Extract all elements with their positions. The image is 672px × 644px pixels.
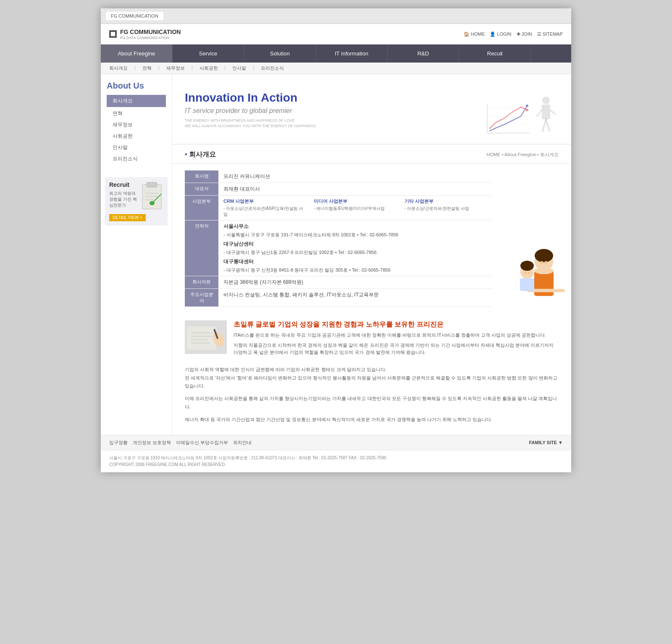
svg-point-13 xyxy=(526,105,528,107)
sidebar-menu-finance[interactable]: 재무정보 xyxy=(107,119,166,131)
hero-text: Innovation In Action IT service provider… xyxy=(185,91,316,129)
hero-chart-svg xyxy=(483,99,533,137)
office-daegu-south-name: 대구남산센터 xyxy=(223,241,486,248)
svg-rect-32 xyxy=(187,327,216,350)
svg-point-29 xyxy=(544,261,548,264)
hero-subtitle: IT service provider to global premier xyxy=(185,107,316,115)
svg-rect-1 xyxy=(147,182,157,187)
sub-nav-finance[interactable]: 재무정보 xyxy=(166,65,185,71)
crm-item: - 아웃소싱/근로자파견/ASP/교육/컨설팅 사업 xyxy=(223,206,305,217)
label-contact: 연락처 xyxy=(185,220,218,276)
body-text-2: 이에 프리진에서는 사회공헌을 통해 삶의 가치를 향상시키는기업이라는 가치를… xyxy=(185,395,559,411)
nav-item-empty xyxy=(531,45,571,63)
header-login-link[interactable]: 👤 LOGIN xyxy=(490,31,511,37)
nav-item-recuit[interactable]: Recuit xyxy=(459,45,531,63)
clipboard-icon xyxy=(140,181,163,211)
value-capital: 자본금 366억원 (자기자본 689억원) xyxy=(218,276,491,289)
other-title: 기타 사업본부 xyxy=(404,198,486,204)
label-ceo: 대표자 xyxy=(185,183,218,196)
highlight-title: 초일류 글로벌 기업의 성장을 지원한 경험과 노하우를 보유한 프리진은 xyxy=(234,320,559,329)
label-capital: 회사자본 xyxy=(185,276,218,289)
nav-item-solution[interactable]: Solution xyxy=(244,45,316,63)
logo-text-area: FG COMMUNICATION FG DATA COMMUNICATION xyxy=(120,28,181,40)
svg-point-30 xyxy=(524,272,527,274)
label-business-area: 주요사업분야 xyxy=(185,289,218,307)
value-ceo: 최재환 대표이사 xyxy=(218,183,491,196)
highlight-text: 초일류 글로벌 기업의 성장을 지원한 경험과 노하우를 보유한 프리진은 IT… xyxy=(234,320,559,359)
crm-title: CRM 사업본부 xyxy=(223,198,305,204)
hero-image xyxy=(475,83,559,137)
header-sitemap-link[interactable]: ☰ SITEMAP xyxy=(537,31,563,37)
hero-title: Innovation In Action xyxy=(185,91,316,105)
sidebar-menu-greeting[interactable]: 인사말 xyxy=(107,142,166,153)
browser-chrome: FG COMMUNICATION xyxy=(101,8,571,24)
sidebar-menu-news[interactable]: 프리진소식 xyxy=(107,153,166,165)
media-col: 미디어 사업본부 - 에너지협동/EU학원/미디어/무역사업 xyxy=(314,198,396,217)
office-daegu-south-addr: - 대구광역시 중구 남산1동 2267-9 프리진빌딩 1002호 • Tel… xyxy=(223,249,486,256)
sidebar-about: About Us 회사개요 연혁 재무정보 사회공헌 인사말 프리진소식 xyxy=(101,74,172,169)
sidebar-menu-active-item[interactable]: 회사개요 xyxy=(107,95,166,107)
table-section: 회사명 프리진 커뮤니케이션 대표자 최재환 대표이사 사업본부 xyxy=(172,164,504,314)
person-figure-svg xyxy=(533,95,559,137)
hero-section: Innovation In Action IT service provider… xyxy=(172,74,571,144)
sub-nav-social[interactable]: 사회공헌 xyxy=(200,65,218,71)
office-seoul-name: 서울사무소 xyxy=(223,223,486,230)
nav-item-service[interactable]: Service xyxy=(173,45,244,63)
sidebar-menu-social[interactable]: 사회공헌 xyxy=(107,131,166,142)
media-item: - 에너지협동/EU학원/미디어/무역사업 xyxy=(314,206,396,212)
sidebar-menu-history[interactable]: 연혁 xyxy=(107,108,166,119)
table-row: 대표자 최재환 대표이사 xyxy=(185,183,491,196)
footer-link-privacy[interactable]: 개인정보 보호정책 xyxy=(133,440,171,446)
header-home-link[interactable]: 🏠 HOME xyxy=(464,31,485,37)
highlight-image-svg xyxy=(185,320,227,354)
value-business: CRM 사업본부 - 아웃소싱/근로자파견/ASP/교육/컨설팅 사업 미디어 … xyxy=(218,196,491,220)
header-join-link[interactable]: ✚ JOIN xyxy=(517,31,532,37)
svg-point-12 xyxy=(526,109,528,111)
nav-item-about[interactable]: About Freegine xyxy=(101,45,173,63)
svg-point-26 xyxy=(520,261,534,271)
sub-nav-greeting[interactable]: 인사말 xyxy=(232,65,246,71)
office-seoul-addr: - 서울특별시 구로구 구로동 191-7 에이스테크노타워 8차 1002호 … xyxy=(223,232,486,238)
footer-nav: 입구정황 개인정보 보호정책 이메일수신 부당수집거부 위치안내 FAMILY … xyxy=(101,435,571,450)
nav-item-rd[interactable]: R&D xyxy=(388,45,459,63)
hero-tagline-1: THE ENERGY WITH BRIGHTNESS AND HAPPINESS… xyxy=(185,118,316,124)
svg-line-16 xyxy=(543,119,546,131)
footer-family-site[interactable]: FAMILY SITE ▼ xyxy=(529,440,563,445)
main-nav: About Freegine Service Solution IT Infor… xyxy=(101,45,571,63)
content-area: About Us 회사개요 연혁 재무정보 사회공헌 인사말 프리진소식 xyxy=(101,74,571,435)
table-row: 주요사업분야 비지니스 컨설팅, 시스템 통합, 패키지 솔루션, IT아웃소싱… xyxy=(185,289,491,307)
footer-link-location[interactable]: 위치안내 xyxy=(233,440,252,446)
svg-point-28 xyxy=(540,261,543,264)
label-business: 사업본부 xyxy=(185,196,218,220)
value-business-area: 비지니스 컨설팅, 시스템 통합, 패키지 솔루션, IT아웃소싱, IT교육부… xyxy=(218,289,491,307)
svg-point-22 xyxy=(534,267,554,274)
svg-rect-27 xyxy=(520,278,534,291)
sub-nav-company[interactable]: 회사개요 xyxy=(109,65,128,71)
sidebar-recruit: Recruit 최고의 역량과 경험을 가진 핵심전문가 DETAIL VIEW… xyxy=(105,177,168,225)
highlight-para-2: 지향의 직몰공간으로 시작하여 한국 경제의 성장과 백을 같이 해온 프리진은… xyxy=(234,342,559,356)
person-photo-container xyxy=(504,245,571,314)
browser-tab[interactable]: FG COMMUNICATION xyxy=(106,12,163,20)
nav-item-it-information[interactable]: IT Information xyxy=(316,45,388,63)
footer-link-email[interactable]: 이메일수신 부당수집거부 xyxy=(176,440,228,446)
sub-nav-news[interactable]: 프리진소식 xyxy=(261,65,284,71)
company-info-table: 회사명 프리진 커뮤니케이션 대표자 최재환 대표이사 사업본부 xyxy=(185,170,491,307)
sidebar-about-title: About Us xyxy=(107,81,166,91)
sub-nav-history[interactable]: 연혁 xyxy=(142,65,152,71)
content-body: 초일류 글로벌 기업의 성장을 지원한 경험과 노하우를 보유한 프리진은 IT… xyxy=(172,314,571,435)
section-title: 회사개요 xyxy=(185,150,216,159)
table-row: 회사자본 자본금 366억원 (자기자본 689억원) xyxy=(185,276,491,289)
table-row: 사업본부 CRM 사업본부 - 아웃소싱/근로자파견/ASP/교육/컨설팅 사업 xyxy=(185,196,491,220)
office-daegu-east-name: 대구통대센터 xyxy=(223,258,486,265)
footer-link-inquiry[interactable]: 입구정황 xyxy=(109,440,128,446)
highlight-section: 초일류 글로벌 기업의 성장을 지원한 경험과 노하우를 보유한 프리진은 IT… xyxy=(185,320,559,359)
body-text-1: 기업의 사회적 역할에 대한 인식이 급변함에 따라 기업의 사회공헌 형태도 … xyxy=(185,366,559,390)
sidebar: About Us 회사개요 연혁 재무정보 사회공헌 인사말 프리진소식 xyxy=(101,74,172,435)
label-company-name: 회사명 xyxy=(185,170,218,183)
value-contact: 서울사무소 - 서울특별시 구로구 구로동 191-7 에이스테크노타워 8차 … xyxy=(218,220,491,276)
svg-line-18 xyxy=(537,110,542,116)
sidebar-recruit-detail-button[interactable]: DETAIL VIEW > xyxy=(109,214,146,221)
crm-col: CRM 사업본부 - 아웃소싱/근로자파견/ASP/교육/컨설팅 사업 xyxy=(223,198,305,217)
svg-line-19 xyxy=(550,110,555,114)
photo-section xyxy=(504,164,571,314)
